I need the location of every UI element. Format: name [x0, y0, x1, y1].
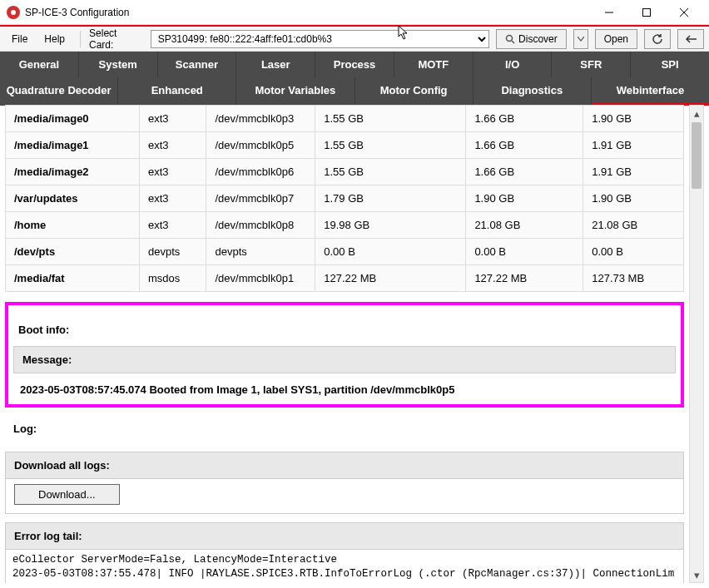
boot-message-label: Message:: [13, 346, 676, 373]
tab-motor-variables[interactable]: Motor Variables: [236, 77, 354, 106]
select-card-label: Select Card:: [89, 27, 144, 51]
discover-label: Discover: [518, 33, 558, 45]
scroll-down-icon[interactable]: ▾: [690, 567, 703, 582]
open-button[interactable]: Open: [595, 29, 637, 49]
tab-diagnostics[interactable]: Diagnostics: [473, 77, 592, 106]
cell-total: 127.73 MB: [583, 265, 684, 292]
svg-rect-1: [642, 8, 650, 16]
discover-button[interactable]: Discover: [496, 29, 567, 49]
tab-motf[interactable]: MOTF: [394, 52, 473, 77]
cell-dev: devpts: [206, 239, 315, 265]
cell-used: 1.79 GB: [315, 185, 466, 212]
cell-mount: /var/updates: [6, 185, 140, 212]
titlebar: SP-ICE-3 Configuration: [0, 0, 709, 25]
boot-message: 2023-05-03T08:57:45.074 Booted from Imag…: [10, 377, 679, 403]
scrollbar-thumb[interactable]: [692, 122, 702, 189]
cell-type: ext3: [139, 106, 206, 132]
cell-dev: /dev/mmcblk0p3: [206, 106, 315, 132]
separator: [80, 31, 81, 47]
menu-file[interactable]: File: [5, 30, 34, 48]
cell-mount: /dev/pts: [6, 239, 140, 265]
table-row: /media/image0ext3/dev/mmcblk0p31.55 GB1.…: [6, 106, 684, 132]
cell-used: 1.55 GB: [315, 159, 466, 185]
svg-line-5: [512, 41, 514, 43]
arrow-left-icon: [685, 35, 697, 43]
download-section: Download all logs: Download...: [5, 452, 684, 514]
cell-mount: /home: [6, 212, 140, 239]
cell-dev: /dev/mmcblk0p7: [206, 185, 315, 212]
table-row: /media/fatmsdos/dev/mmcblk0p1127.22 MB12…: [6, 265, 684, 292]
tab-laser[interactable]: Laser: [236, 52, 315, 77]
back-button[interactable]: [677, 29, 704, 49]
cell-mount: /media/image2: [6, 159, 140, 185]
tab-system[interactable]: System: [79, 52, 158, 77]
menu-help[interactable]: Help: [37, 30, 72, 48]
discover-dropdown[interactable]: [573, 29, 588, 49]
cell-type: ext3: [139, 132, 206, 159]
tab-webinterface[interactable]: Webinterface: [592, 77, 709, 106]
tab-enhanced[interactable]: Enhanced: [118, 77, 236, 106]
card-select[interactable]: SP310499: fe80::222:4aff:fe01:cd0b%3: [151, 30, 489, 48]
table-row: /var/updatesext3/dev/mmcblk0p71.79 GB1.9…: [6, 185, 684, 212]
cell-dev: /dev/mmcblk0p6: [206, 159, 315, 185]
close-button[interactable]: [665, 0, 702, 25]
refresh-button[interactable]: [644, 29, 671, 49]
cell-avail: 0.00 B: [466, 239, 583, 265]
minimize-button[interactable]: [590, 0, 627, 25]
cell-total: 21.08 GB: [583, 212, 684, 239]
cell-avail: 1.90 GB: [466, 185, 583, 212]
table-row: /media/image1ext3/dev/mmcblk0p51.55 GB1.…: [6, 132, 684, 159]
tab-sfr[interactable]: SFR: [552, 52, 631, 77]
chevron-down-icon: [578, 37, 584, 42]
cell-type: ext3: [139, 212, 206, 239]
boot-info-title: Boot info:: [10, 317, 679, 343]
cell-total: 1.90 GB: [583, 185, 684, 212]
download-label: Download all logs:: [6, 452, 683, 479]
cell-avail: 21.08 GB: [466, 212, 583, 239]
tab-scanner[interactable]: Scanner: [158, 52, 237, 77]
cell-used: 0.00 B: [315, 239, 466, 265]
refresh-icon: [652, 33, 663, 45]
cell-dev: /dev/mmcblk0p1: [206, 265, 315, 292]
cell-mount: /media/fat: [6, 265, 140, 292]
errorlog-section: Error log tail: eCollector ServerMode=Fa…: [5, 522, 684, 583]
tab-general[interactable]: General: [0, 52, 79, 77]
maximize-button[interactable]: [627, 0, 665, 25]
cell-avail: 1.66 GB: [466, 159, 583, 185]
cell-type: ext3: [139, 159, 206, 185]
app-icon: [7, 6, 20, 19]
boot-highlight: Boot info: Message: 2023-05-03T08:57:45.…: [5, 302, 684, 408]
cell-avail: 127.22 MB: [466, 265, 583, 292]
tab-process[interactable]: Process: [315, 52, 394, 77]
cell-total: 1.91 GB: [583, 132, 684, 159]
cell-avail: 1.66 GB: [466, 106, 583, 132]
open-label: Open: [604, 33, 628, 45]
search-icon: [505, 34, 515, 44]
errorlog-label: Error log tail:: [6, 523, 683, 549]
cell-mount: /media/image0: [6, 106, 140, 132]
table-row: /media/image2ext3/dev/mmcblk0p61.55 GB1.…: [6, 159, 684, 185]
cell-type: ext3: [139, 185, 206, 212]
tab-i-o[interactable]: I/O: [473, 52, 553, 77]
menubar: File Help Select Card: SP310499: fe80::2…: [0, 27, 709, 52]
log-title: Log:: [5, 416, 684, 442]
cell-used: 19.98 GB: [315, 212, 466, 239]
content-area: /media/image0ext3/dev/mmcblk0p31.55 GB1.…: [5, 105, 684, 583]
tab-quadrature-decoder[interactable]: Quadrature Decoder: [0, 77, 118, 106]
tabbar: GeneralSystemScannerLaserProcessMOTFI/OS…: [0, 52, 709, 106]
cell-total: 1.91 GB: [583, 159, 684, 185]
cell-used: 127.22 MB: [315, 265, 466, 292]
cell-total: 1.90 GB: [583, 106, 684, 132]
window-title: SP-ICE-3 Configuration: [25, 7, 590, 18]
cell-used: 1.55 GB: [315, 132, 466, 159]
tab-motor-config[interactable]: Motor Config: [355, 77, 473, 106]
cell-mount: /media/image1: [6, 132, 140, 159]
cell-dev: /dev/mmcblk0p8: [206, 212, 315, 239]
scroll-up-icon[interactable]: ▴: [690, 106, 703, 121]
cell-type: devpts: [139, 239, 206, 265]
vertical-scrollbar[interactable]: ▴ ▾: [689, 105, 704, 583]
tab-spi[interactable]: SPI: [631, 52, 709, 77]
cell-total: 0.00 B: [583, 239, 684, 265]
cell-used: 1.55 GB: [315, 106, 466, 132]
download-button[interactable]: Download...: [14, 484, 120, 505]
